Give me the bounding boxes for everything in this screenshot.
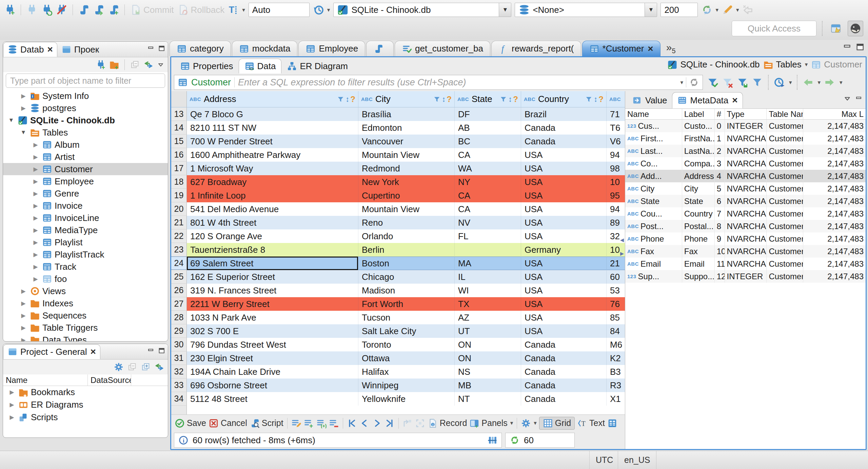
- tab-er-diagram[interactable]: ER Diagram: [281, 59, 353, 74]
- expand-arrow-icon[interactable]: ▶: [8, 401, 16, 408]
- cell-country[interactable]: Brazil: [521, 107, 607, 121]
- cell-address[interactable]: 1033 N Park Ave: [187, 311, 358, 324]
- cell-city[interactable]: Reno: [358, 216, 455, 229]
- metadata-row[interactable]: ABCFirst... FirstNa... 1 NVARCHAR Custom…: [625, 132, 866, 145]
- collapse-all-icon[interactable]: [130, 60, 140, 70]
- sort-icon[interactable]: ↕: [346, 95, 349, 104]
- refresh-icon[interactable]: [689, 77, 699, 87]
- row-number[interactable]: 13: [171, 107, 187, 121]
- row-number[interactable]: 28: [171, 311, 187, 324]
- cell-clipped[interactable]: 89: [607, 216, 625, 229]
- transaction-mode-combo[interactable]: Auto: [249, 3, 310, 17]
- fetch-previous-icon[interactable]: [802, 77, 814, 88]
- metadata-column-2[interactable]: #: [715, 109, 725, 119]
- first-row-icon[interactable]: [347, 418, 357, 428]
- cell-country[interactable]: Canada: [521, 379, 607, 392]
- tab-project-general[interactable]: Project - General ×: [3, 344, 100, 359]
- maximize-icon[interactable]: [855, 42, 865, 52]
- row-number[interactable]: 16: [171, 148, 187, 162]
- tree-item-postgres[interactable]: ▶ postgres: [3, 102, 168, 114]
- collapse-right-icon[interactable]: ▸: [620, 250, 624, 257]
- table-row[interactable]: 20 541 Del Medio Avenue Mountain View CA…: [171, 202, 625, 216]
- cell-country[interactable]: USA: [521, 311, 607, 324]
- editor-tab--customer[interactable]: *Customer×: [582, 41, 660, 56]
- panels-button[interactable]: +Panels▾: [469, 418, 513, 428]
- auto-refresh-icon[interactable]: [773, 77, 785, 88]
- cell-address[interactable]: 1600 Amphitheatre Parkway: [187, 148, 358, 162]
- cell-address[interactable]: Qe 7 Bloco G: [187, 107, 358, 121]
- cell-city[interactable]: Halifax: [358, 365, 455, 379]
- new-sql-editor-icon[interactable]: +: [108, 4, 119, 16]
- expand-arrow-icon[interactable]: ▶: [32, 190, 40, 197]
- cell-clipped[interactable]: 94: [607, 148, 625, 162]
- save-filter-icon[interactable]: [737, 77, 748, 88]
- cell-city[interactable]: Toronto: [358, 338, 455, 351]
- expand-arrow-icon[interactable]: ▶: [19, 300, 27, 307]
- metadata-row[interactable]: ABCCou... Country 7 NVARCHAR Customer 2,…: [625, 207, 866, 220]
- table-row[interactable]: 16 1600 Amphitheatre Parkway Mountain Vi…: [171, 148, 625, 162]
- close-icon[interactable]: ×: [91, 347, 96, 356]
- tree-item-playlist[interactable]: ▶ Playlist: [3, 236, 168, 248]
- expand-arrow-icon[interactable]: ▶: [32, 178, 40, 185]
- metadata-column-0[interactable]: Name: [625, 109, 682, 119]
- cell-address[interactable]: 69 Salem Street: [187, 257, 358, 270]
- cell-state[interactable]: [455, 243, 521, 257]
- cell-clipped[interactable]: 60: [607, 270, 625, 284]
- table-row[interactable]: 27 2211 W Berry Street Fort Worth TX USA…: [171, 297, 625, 311]
- cell-city[interactable]: Madison: [358, 284, 455, 297]
- cell-city[interactable]: Salt Lake City: [358, 324, 455, 338]
- cell-state[interactable]: ON: [455, 338, 521, 351]
- tab-data[interactable]: <>Data: [239, 59, 282, 74]
- tree-item-employee[interactable]: ▶ Employee: [3, 175, 168, 187]
- cell-clipped[interactable]: 21: [607, 257, 625, 270]
- expand-arrow-icon[interactable]: ▶: [32, 239, 40, 246]
- row-number[interactable]: 30: [171, 338, 187, 351]
- cell-address[interactable]: 1 Infinite Loop: [187, 189, 358, 202]
- editor-tab-get-customer-ba[interactable]: get_customer_ba: [395, 41, 490, 56]
- sql-filter-input[interactable]: Customer Enter a SQL expression to filte…: [174, 75, 703, 90]
- row-number[interactable]: 24: [171, 257, 187, 270]
- table-row[interactable]: 28 1033 N Park Ave Tucson AZ USA 85: [171, 311, 625, 324]
- expand-arrow-icon[interactable]: ▶: [19, 324, 27, 331]
- cell-city[interactable]: Cupertino: [358, 189, 455, 202]
- next-row-icon[interactable]: [372, 418, 382, 428]
- column-help-icon[interactable]: ?: [447, 95, 452, 104]
- cell-address[interactable]: 1 Microsoft Way: [187, 162, 358, 175]
- cell-country[interactable]: USA: [521, 202, 607, 216]
- row-number[interactable]: 29: [171, 324, 187, 338]
- column-help-icon[interactable]: ?: [598, 95, 604, 104]
- maximize-icon[interactable]: [158, 44, 166, 53]
- duplicate-row-icon[interactable]: (+): [316, 418, 327, 428]
- cell-state[interactable]: DF: [455, 107, 521, 121]
- metadata-row[interactable]: ABCCo... Compa... 3 NVARCHAR Customer 2,…: [625, 157, 866, 170]
- cell-city[interactable]: Tucson: [358, 311, 455, 324]
- expand-arrow-icon[interactable]: ▶: [32, 227, 40, 234]
- editor-tab-rewards-report-[interactable]: frewards_report(: [491, 41, 581, 56]
- table-row[interactable]: 23 Tauentzienstraße 8 Berlin Germany 10: [171, 243, 625, 257]
- cell-clipped[interactable]: 10: [607, 175, 625, 189]
- sort-icon[interactable]: ↕: [594, 95, 597, 104]
- expand-arrow-icon[interactable]: ▶: [8, 414, 16, 421]
- cell-country[interactable]: Canada: [521, 135, 607, 148]
- cell-country[interactable]: Canada: [521, 351, 607, 365]
- tree-item-mediatype[interactable]: ▶ MediaType: [3, 224, 168, 236]
- metadata-row[interactable]: ABCAdd... Address 4 NVARCHAR Customer 2,…: [625, 170, 866, 182]
- cell-state[interactable]: ON: [455, 351, 521, 365]
- breadcrumb-item-customer[interactable]: Customer: [811, 59, 862, 70]
- highlight-button[interactable]: ▾: [722, 4, 739, 16]
- collapse-arrow-icon[interactable]: ▼: [7, 117, 15, 124]
- fetch-next-icon[interactable]: [824, 77, 835, 88]
- cell-address[interactable]: 319 N. Frances Street: [187, 284, 358, 297]
- cell-country[interactable]: USA: [521, 229, 607, 243]
- cell-city[interactable]: Ottawa: [358, 351, 455, 365]
- auto-sync-button[interactable]: ▾: [701, 4, 718, 16]
- expand-arrow-icon[interactable]: ▶: [32, 202, 40, 209]
- table-row[interactable]: 26 319 N. Frances Street Madison WI USA …: [171, 284, 625, 297]
- metadata-row[interactable]: ABCEmail Email 11 NVARCHAR Customer 2,14…: [625, 258, 866, 270]
- cell-country[interactable]: Canada: [521, 365, 607, 379]
- tree-item-customer[interactable]: ▶ Customer: [3, 163, 168, 175]
- table-row[interactable]: 17 1 Microsoft Way Redmond WA USA 98: [171, 162, 625, 175]
- transaction-mode-button[interactable]: T ▾: [228, 4, 245, 16]
- cell-city[interactable]: Winnipeg: [358, 379, 455, 392]
- table-row[interactable]: 22 120 S Orange Ave Orlando FL USA 32: [171, 229, 625, 243]
